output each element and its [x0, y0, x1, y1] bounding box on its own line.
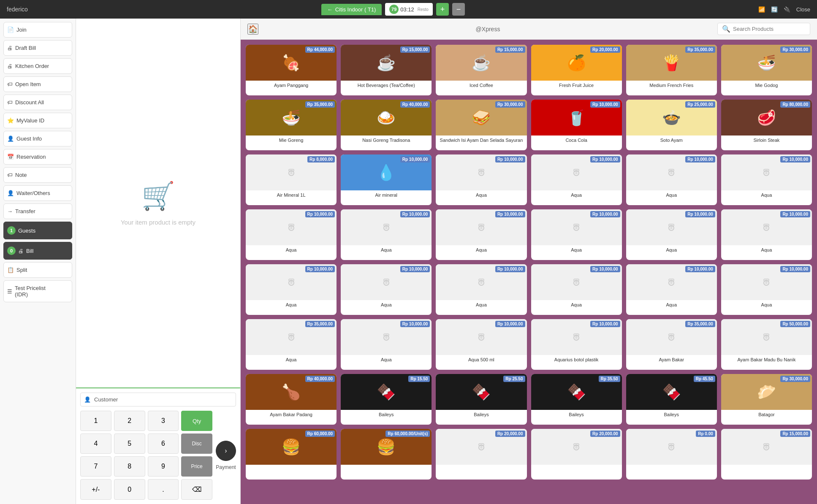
price-tag: Rp 40,000.00: [400, 101, 430, 108]
num-btn-6[interactable]: 6: [148, 434, 179, 454]
product-card[interactable]: Rp 20,000.00🍊Fresh Fruit Juice: [531, 45, 622, 95]
product-card[interactable]: Rp 30,000.00🍜Mie Godog: [721, 45, 812, 95]
timer-count: 79: [389, 5, 399, 14]
product-card[interactable]: Rp 10,000.00Aqua: [341, 319, 432, 370]
remove-session-button[interactable]: −: [452, 3, 465, 16]
product-card[interactable]: Rp 10,000.00Aqua: [436, 264, 527, 315]
product-card[interactable]: Rp 10,000.00Aqua: [341, 209, 432, 260]
num-btn-9[interactable]: 9: [148, 456, 179, 477]
product-card[interactable]: Rp 10,000.00Aqua: [626, 209, 717, 260]
product-card[interactable]: Rp 0.00: [626, 429, 717, 480]
product-card[interactable]: Rp 10,000.00Aqua: [721, 264, 812, 315]
sidebar-item-kitchen-order[interactable]: 🖨 Kitchen Order: [3, 58, 72, 74]
sidebar-item-note[interactable]: 🏷 Note: [3, 167, 72, 183]
sidebar-item-join[interactable]: 📄 Join: [3, 22, 72, 38]
product-card[interactable]: Rp 45.50🍫Baileys: [626, 374, 717, 425]
product-card[interactable]: Rp 15,000.00☕Iced Coffee: [436, 45, 527, 95]
sidebar-item-test-pricelist[interactable]: ☰ Test Pricelist (IDR): [3, 280, 72, 302]
sidebar-item-bill[interactable]: 0 🖨 Bill: [3, 242, 72, 260]
num-btn-backspace[interactable]: ⌫: [181, 479, 212, 500]
product-card[interactable]: Rp 10,000.00Aqua: [721, 209, 812, 260]
list-icon: ☰: [7, 288, 12, 295]
sidebar-item-waiter-others[interactable]: 👤 Waiter/Others: [3, 185, 72, 201]
product-name: Ayam Panggang: [246, 81, 337, 90]
product-card[interactable]: Rp 10,000.00Aqua 500 ml: [436, 319, 527, 370]
product-card[interactable]: Rp 50,000.00Ayam Bakar Madu Bu Nanik: [721, 319, 812, 370]
product-card[interactable]: Rp 60,000.00/Unit(s)🍔: [341, 429, 432, 480]
product-card[interactable]: Rp 60,000.00🍔: [246, 429, 337, 480]
product-card[interactable]: Rp 35,000.00Ayam Bakar: [626, 319, 717, 370]
product-card[interactable]: Rp 8,000.00Air Mineral 1L: [246, 154, 337, 205]
num-btn-5[interactable]: 5: [114, 434, 145, 454]
payment-label[interactable]: Payment: [216, 464, 236, 470]
search-input[interactable]: [733, 26, 806, 32]
home-button[interactable]: 🏠: [247, 24, 258, 35]
sidebar-item-transfer[interactable]: → Transfer: [3, 203, 72, 219]
sidebar-item-draft-bill[interactable]: 🖨 Draft Bill: [3, 40, 72, 56]
product-grid-container[interactable]: Rp 44,000.00🍖Ayam PanggangRp 15,000.00☕H…: [241, 40, 817, 504]
num-btn-plusminus[interactable]: +/-: [80, 479, 111, 500]
forward-button[interactable]: ›: [216, 441, 236, 461]
product-card[interactable]: Rp 40,000.00🍛Nasi Goreng Tradisona: [341, 100, 432, 150]
sidebar-item-myvalue-id[interactable]: ⭐ MyValue ID: [3, 113, 72, 128]
product-card[interactable]: Rp 40,000.00🍗Ayam Bakar Padang: [246, 374, 337, 425]
product-card[interactable]: Rp 10,000.00Aqua: [626, 264, 717, 315]
sidebar-item-open-item[interactable]: 🏷 Open Item: [3, 76, 72, 92]
product-card[interactable]: Rp 20,000.00: [531, 429, 622, 480]
product-card[interactable]: Rp 35,000.00🍟Medium French Fries: [626, 45, 717, 95]
sidebar-item-split[interactable]: 📋 Split: [3, 262, 72, 278]
product-card[interactable]: Rp 15.50🍫Baileys: [341, 374, 432, 425]
sidebar-item-reservation[interactable]: 📅 Reservation: [3, 149, 72, 165]
price-tag: Rp 15,000.00: [780, 431, 810, 437]
close-button[interactable]: Close: [796, 6, 810, 13]
product-card[interactable]: Rp 10,000.00Aquarius botol plastik: [531, 319, 622, 370]
num-btn-2[interactable]: 2: [114, 411, 145, 431]
product-card[interactable]: Rp 35,000.00Aqua: [246, 319, 337, 370]
open-item-icon: 🏷: [7, 81, 13, 87]
product-card[interactable]: Rp 10,000.00🥤Coca Cola: [531, 100, 622, 150]
num-btn-0[interactable]: 0: [114, 479, 145, 500]
product-card[interactable]: Rp 10,000.00Aqua: [436, 209, 527, 260]
sidebar-item-guest-info[interactable]: 👤 Guest Info: [3, 131, 72, 146]
product-card[interactable]: Rp 10,000.00Aqua: [246, 264, 337, 315]
sidebar-item-guests[interactable]: 1 Guests: [3, 222, 72, 239]
product-card[interactable]: Rp 20,000.00: [436, 429, 527, 480]
num-btn-1[interactable]: 1: [80, 411, 111, 431]
num-btn-4[interactable]: 4: [80, 434, 111, 454]
product-card[interactable]: Rp 44,000.00🍖Ayam Panggang: [246, 45, 337, 95]
num-btn-3[interactable]: 3: [148, 411, 179, 431]
product-card[interactable]: Rp 15,000.00: [721, 429, 812, 480]
add-session-button[interactable]: +: [436, 3, 449, 16]
product-card[interactable]: Rp 10,000.00Aqua: [341, 264, 432, 315]
customer-row[interactable]: 👤 Customer: [80, 393, 236, 406]
product-card[interactable]: Rp 10,000.00Aqua: [436, 154, 527, 205]
price-button[interactable]: Price: [181, 456, 212, 477]
num-btn-7[interactable]: 7: [80, 456, 111, 477]
product-card[interactable]: Rp 10,000.00💧Air mineral: [341, 154, 432, 205]
product-name: Aqua: [246, 245, 337, 255]
product-card[interactable]: Rp 35,000.00🍜Mie Goreng: [246, 100, 337, 150]
product-card[interactable]: Rp 10,000.00Aqua: [531, 264, 622, 315]
price-tag: Rp 10,000.00: [305, 211, 335, 217]
product-card[interactable]: Rp 10,000.00Aqua: [246, 209, 337, 260]
disc-button[interactable]: Disc: [181, 434, 212, 454]
table-tab[interactable]: ← Citis Indoor ( T1): [321, 4, 382, 15]
product-card[interactable]: Rp 10,000.00Aqua: [626, 154, 717, 205]
product-card[interactable]: Rp 10,000.00Aqua: [531, 209, 622, 260]
product-card[interactable]: Rp 35.50🍫Baileys: [531, 374, 622, 425]
num-btn-dot[interactable]: .: [148, 479, 179, 500]
num-btn-8[interactable]: 8: [114, 456, 145, 477]
qty-button[interactable]: Qty: [181, 411, 212, 431]
product-card[interactable]: Rp 10,000.00Aqua: [721, 154, 812, 205]
sidebar-item-discount-all[interactable]: 🏷 Discount All: [3, 95, 72, 110]
product-card[interactable]: Rp 25,000.00🍲Soto Ayam: [626, 100, 717, 150]
product-card[interactable]: Rp 30,000.00🥪Sandwich Isi Ayam Dan Selad…: [436, 100, 527, 150]
product-card[interactable]: Rp 80,000.00🥩Sirloin Steak: [721, 100, 812, 150]
price-tag: Rp 35.50: [599, 376, 620, 382]
search-box[interactable]: 🔍: [717, 23, 810, 35]
product-card[interactable]: Rp 10,000.00Aqua: [531, 154, 622, 205]
product-card[interactable]: Rp 15,000.00☕Hot Beverages (Tea/Coffee): [341, 45, 432, 95]
product-card[interactable]: Rp 25.50🍫Baileys: [436, 374, 527, 425]
product-card[interactable]: Rp 30,000.00🥟Batagor: [721, 374, 812, 425]
svg-point-15: [670, 172, 673, 174]
